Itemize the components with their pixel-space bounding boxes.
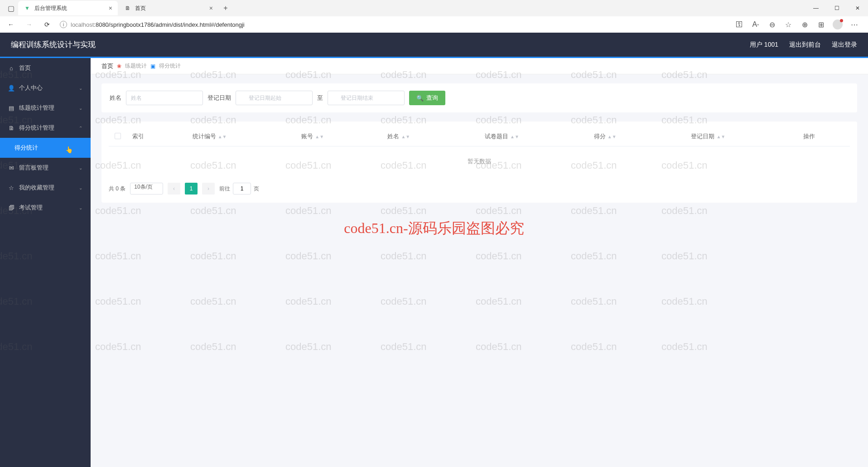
profile-avatar[interactable] — [833, 19, 843, 29]
browser-toolbar: ⚿ A» ⊖ ☆ ⊕ ⊞ ⋯ — [735, 19, 864, 29]
date-end-input[interactable] — [328, 91, 405, 105]
col-account[interactable]: 账号 — [301, 133, 313, 140]
col-statid[interactable]: 统计编号 — [193, 133, 216, 140]
col-actions: 操作 — [803, 133, 815, 140]
collections-icon[interactable]: ⊕ — [800, 20, 809, 29]
new-tab-button[interactable]: + — [219, 4, 232, 12]
breadcrumb-item[interactable]: 得分统计 — [159, 62, 181, 70]
info-icon[interactable]: i — [60, 21, 67, 28]
refresh-button[interactable]: ⟳ — [40, 18, 54, 31]
date-label: 登记日期 — [207, 94, 231, 102]
breadcrumb-item[interactable]: 练题统计 — [125, 62, 147, 70]
sort-icon[interactable]: ▲▼ — [510, 136, 519, 138]
favorite-icon[interactable]: ☆ — [784, 20, 793, 29]
browser-chrome: ▢ ▼ 后台管理系统 × 🗎 首页 × + — ☐ ✕ ← → ⟳ i loca… — [0, 0, 868, 33]
sidebar-item-favorites[interactable]: ☆ 我的收藏管理 ⌄ — [0, 178, 91, 198]
logout-link[interactable]: 退出登录 — [832, 41, 857, 49]
url-host: localhost — [71, 21, 94, 28]
data-table: 索引 统计编号▲▼ 账号▲▼ 姓名▲▼ 试卷题目▲▼ 得分▲▼ 登记日期▲▼ 操… — [109, 127, 850, 176]
prev-page-button[interactable]: ‹ — [168, 183, 180, 195]
col-score[interactable]: 得分 — [594, 133, 606, 140]
chevron-down-icon: ⌄ — [79, 185, 82, 190]
sidebar-item-label: 练题统计管理 — [19, 104, 54, 112]
url-bar[interactable]: i localhost:8080/springbootx1786/admin/d… — [58, 21, 731, 28]
table-container: 索引 统计编号▲▼ 账号▲▼ 姓名▲▼ 试卷题目▲▼ 得分▲▼ 登记日期▲▼ 操… — [101, 122, 857, 203]
maximize-button[interactable]: ☐ — [826, 0, 847, 16]
window-controls: — ☐ ✕ — [805, 0, 868, 16]
chevron-down-icon: ⌄ — [79, 205, 82, 210]
select-all-checkbox[interactable] — [115, 133, 121, 139]
sort-icon[interactable]: ▲▼ — [315, 136, 324, 138]
sort-icon[interactable]: ▲▼ — [608, 136, 617, 138]
empty-text: 暂无数据 — [109, 146, 850, 177]
goto-suffix: 页 — [254, 185, 259, 193]
sidebar-item-profile[interactable]: 👤 个人中心 ⌄ — [0, 78, 91, 98]
header-right: 用户 1001 退出到前台 退出登录 — [750, 41, 857, 49]
search-icon: 🔍 — [416, 95, 424, 102]
back-button[interactable]: ← — [4, 18, 18, 31]
list-icon: ▤ — [8, 105, 14, 111]
sidebar-subitem-score-stats[interactable]: 得分统计 — [0, 138, 91, 158]
chevron-up-icon: ⌃ — [79, 126, 82, 131]
page-goto: 前往 页 — [219, 183, 259, 195]
content-area: 姓名 登记日期 至 🔍 查询 — [91, 74, 868, 212]
search-button-label: 查询 — [426, 94, 438, 102]
to-frontend-link[interactable]: 退出到前台 — [789, 41, 821, 49]
breadcrumb-icon: ▣ — [150, 63, 155, 69]
close-button[interactable]: ✕ — [847, 0, 868, 16]
sidebar-item-label: 得分统计管理 — [19, 124, 54, 132]
page-size-select[interactable]: 10条/页 — [130, 183, 163, 195]
home-icon: ⌂ — [8, 65, 14, 71]
sort-icon[interactable]: ▲▼ — [218, 136, 227, 138]
date-start-input[interactable] — [236, 91, 313, 105]
forward-button: → — [22, 18, 36, 31]
page-number-current[interactable]: 1 — [185, 183, 198, 195]
next-page-button[interactable]: › — [202, 183, 215, 195]
current-user[interactable]: 用户 1001 — [750, 41, 778, 49]
app-body: ⌂ 首页 👤 个人中心 ⌄ ▤ 练题统计管理 ⌄ 🗎 得分统计管理 ⌃ 得分统计 — [0, 58, 868, 467]
sidebar-item-label: 个人中心 — [19, 84, 43, 92]
sidebar-item-label: 首页 — [19, 64, 31, 72]
col-index[interactable]: 索引 — [132, 133, 144, 140]
tab-list-button[interactable]: ▢ — [4, 2, 18, 15]
goto-input[interactable] — [233, 183, 251, 195]
breadcrumb-icon: ❀ — [117, 63, 121, 69]
col-paper[interactable]: 试卷题目 — [485, 133, 508, 140]
filter-bar: 姓名 登记日期 至 🔍 查询 — [101, 83, 857, 112]
key-icon[interactable]: ⚿ — [735, 20, 744, 29]
star-icon: ☆ — [8, 185, 14, 191]
sidebar-item-exam[interactable]: 🗐 考试管理 ⌄ — [0, 198, 91, 218]
search-button[interactable]: 🔍 查询 — [409, 91, 445, 105]
sort-icon[interactable]: ▲▼ — [716, 136, 725, 138]
sidebar: ⌂ 首页 👤 个人中心 ⌄ ▤ 练题统计管理 ⌄ 🗎 得分统计管理 ⌃ 得分统计 — [0, 58, 91, 467]
name-input[interactable] — [126, 91, 203, 105]
close-icon[interactable]: × — [209, 5, 213, 12]
sidebar-item-message-board[interactable]: ✉ 留言板管理 ⌄ — [0, 158, 91, 178]
col-date[interactable]: 登记日期 — [691, 133, 714, 140]
tab-title: 后台管理系统 — [34, 5, 67, 12]
more-icon[interactable]: ⋯ — [850, 20, 859, 29]
breadcrumb: 首页 ❀ 练题统计 ▣ 得分统计 — [91, 58, 868, 74]
minimize-button[interactable]: — — [805, 0, 826, 16]
zoom-out-icon[interactable]: ⊖ — [767, 20, 776, 29]
read-aloud-icon[interactable]: A» — [751, 20, 760, 29]
pagination: 共 0 条 10条/页 ‹ 1 › 前往 页 — [109, 183, 850, 195]
address-bar: ← → ⟳ i localhost:8080/springbootx1786/a… — [0, 16, 868, 33]
browser-tab-active[interactable]: ▼ 后台管理系统 × — [18, 1, 118, 15]
exam-icon: 🗐 — [8, 204, 14, 211]
col-name[interactable]: 姓名 — [387, 133, 399, 140]
sidebar-item-label: 考试管理 — [19, 204, 43, 212]
sidebar-item-practice-stats[interactable]: ▤ 练题统计管理 ⌄ — [0, 98, 91, 118]
chevron-down-icon: ⌄ — [79, 86, 82, 91]
close-icon[interactable]: × — [109, 5, 112, 12]
url-path: :8080/springbootx1786/admin/dist/index.h… — [94, 21, 244, 28]
sidebar-item-score-stats[interactable]: 🗎 得分统计管理 ⌃ — [0, 118, 91, 138]
sidebar-item-label: 得分统计 — [14, 144, 38, 152]
extensions-icon[interactable]: ⊞ — [816, 20, 825, 29]
breadcrumb-home[interactable]: 首页 — [101, 62, 113, 70]
user-icon: 👤 — [8, 85, 14, 91]
doc-icon: 🗎 — [8, 125, 14, 131]
sidebar-item-home[interactable]: ⌂ 首页 — [0, 58, 91, 78]
browser-tab-inactive[interactable]: 🗎 首页 × — [119, 1, 218, 15]
sort-icon[interactable]: ▲▼ — [401, 136, 410, 138]
